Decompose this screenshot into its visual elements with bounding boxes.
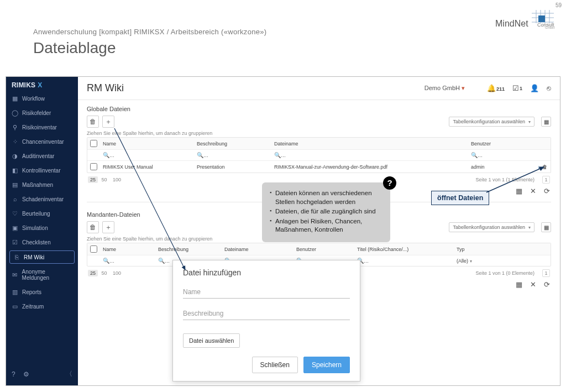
- nav-chanceninventar[interactable]: ⁘Chanceninventar: [6, 134, 78, 149]
- add-button[interactable]: ＋: [102, 221, 114, 233]
- logout-icon[interactable]: ⎋: [547, 84, 551, 92]
- row-delete-icon[interactable]: 🗑: [542, 164, 547, 170]
- search-icon: 🔍: [103, 258, 109, 264]
- save-button[interactable]: Speichern: [303, 357, 350, 373]
- close-button[interactable]: Schließen: [252, 357, 298, 373]
- nav-auditinventar[interactable]: ◑Auditinventar: [6, 149, 78, 163]
- col-title[interactable]: Titel (Risiko/Chance/...): [354, 244, 453, 254]
- workflow-icon: ▦: [12, 95, 18, 102]
- download-icon[interactable]: ↓: [538, 164, 541, 170]
- nav-zeitraum[interactable]: ▭Zeitraum: [6, 299, 78, 313]
- nav-risikofelder[interactable]: ◯Risikofelder: [6, 106, 78, 120]
- search-icon: 🔍: [274, 152, 281, 158]
- filter-desc[interactable]: [205, 153, 271, 158]
- page-info: Seite 1 von 1 (0 Elemente): [475, 270, 534, 276]
- table-config-select[interactable]: Tabellenkonfiguration auswählen▾: [449, 117, 534, 127]
- filter-user[interactable]: [479, 153, 528, 158]
- col-user[interactable]: Benutzer: [468, 139, 528, 149]
- select-all-checkbox[interactable]: [90, 140, 97, 147]
- refresh-icon[interactable]: ⟳: [544, 187, 550, 195]
- risk-icon: ⚲: [12, 124, 18, 130]
- nav-checklisten[interactable]: ☑Checklisten: [6, 235, 78, 249]
- filter-name[interactable]: [111, 153, 193, 158]
- help-icon[interactable]: ?: [12, 370, 15, 378]
- cell-user: admin: [468, 162, 528, 172]
- help-icon: ?: [383, 176, 396, 190]
- add-button[interactable]: ＋: [102, 116, 114, 128]
- delete-button[interactable]: 🗑: [87, 116, 99, 128]
- col-file[interactable]: Dateiname: [271, 139, 468, 149]
- annotation-label: öffnet Dateien: [431, 191, 489, 205]
- dialog-title: Datei hinzufügen: [183, 268, 350, 277]
- settings-icon[interactable]: ⚙: [23, 370, 29, 378]
- page-info: Seite 1 von 1 (1 Elemente): [475, 177, 534, 182]
- audit-icon: ◑: [12, 153, 18, 159]
- table-row[interactable]: RIMIKSX User Manual Presentation RIMIKSX…: [87, 161, 551, 173]
- app-brand: RIMIKSX: [6, 79, 78, 91]
- page-number-box[interactable]: 1: [542, 176, 550, 184]
- user-icon[interactable]: 👤: [530, 84, 539, 92]
- column-chooser-icon[interactable]: ▦: [541, 222, 551, 232]
- global-grid: Name Beschreibung Dateiname Benutzer 🔍 🔍…: [87, 137, 551, 173]
- reports-icon: ▥: [12, 289, 18, 295]
- nav-kontrollinventar[interactable]: ◧Kontrollinventar: [6, 163, 78, 177]
- table-config-select[interactable]: Tabellenkonfiguration auswählen▾: [449, 222, 534, 232]
- nav-risikoinventar[interactable]: ⚲Risikoinventar: [6, 120, 78, 134]
- grid-view-icon[interactable]: ▦: [516, 280, 522, 289]
- col-desc[interactable]: Beschreibung: [193, 139, 271, 149]
- page-number-box[interactable]: 1: [542, 269, 550, 277]
- org-select[interactable]: Demo GmbH▾: [424, 85, 465, 92]
- col-type[interactable]: Typ: [453, 244, 486, 254]
- filter-file[interactable]: [282, 153, 468, 158]
- col-name[interactable]: Name: [99, 139, 193, 149]
- row-checkbox[interactable]: [90, 163, 97, 170]
- simulation-icon: ▣: [12, 224, 18, 231]
- fields-icon: ◯: [12, 109, 18, 116]
- col-user[interactable]: Benutzer: [293, 244, 354, 254]
- add-file-dialog: Datei hinzufügen Datei auswählen Schließ…: [172, 260, 360, 381]
- damage-icon: ⌕: [12, 196, 18, 202]
- nav-rm-wiki[interactable]: ⎘RM Wiki: [9, 250, 75, 264]
- breadcrumb: Anwenderschulung [kompakt] RIMIKSX / Arb…: [33, 28, 533, 36]
- brand-logo: MindNet Consult GmbH: [495, 10, 556, 29]
- cell-desc: Presentation: [193, 162, 271, 172]
- col-desc[interactable]: Beschreibung: [155, 244, 221, 254]
- filter-title[interactable]: [365, 258, 453, 264]
- column-chooser-icon[interactable]: ▦: [541, 117, 551, 127]
- search-icon: 🔍: [158, 258, 165, 264]
- description-input[interactable]: [183, 307, 350, 320]
- page-size[interactable]: 25 50 100: [88, 270, 123, 276]
- delete-button[interactable]: 🗑: [87, 221, 99, 233]
- section-global-title: Globale Dateien: [87, 106, 551, 112]
- bell-icon[interactable]: 🔔211: [487, 84, 505, 92]
- nav-workflow[interactable]: ▦Workflow: [6, 91, 78, 106]
- col-file[interactable]: Dateiname: [221, 244, 293, 254]
- refresh-icon[interactable]: ⟳: [544, 280, 550, 289]
- svg-text:GmbH: GmbH: [545, 26, 554, 29]
- wiki-icon: ⎘: [13, 254, 20, 260]
- collapse-icon[interactable]: 〈: [66, 369, 72, 379]
- tasks-icon[interactable]: ☑1: [512, 84, 522, 92]
- chance-icon: ⁘: [12, 138, 18, 145]
- nav-beurteilung[interactable]: ♡Beurteilung: [6, 206, 78, 221]
- nav-simulation[interactable]: ▣Simulation: [6, 221, 78, 235]
- page-size[interactable]: 25 50 100: [88, 176, 123, 183]
- nav-reports[interactable]: ▥Reports: [6, 285, 78, 299]
- nav-anonyme-meldungen[interactable]: ✉Anonyme Meldungen: [6, 265, 78, 285]
- close-view-icon[interactable]: ✕: [530, 187, 536, 195]
- choose-file-button[interactable]: Datei auswählen: [183, 333, 240, 348]
- close-view-icon[interactable]: ✕: [530, 280, 536, 289]
- help-tooltip: ? Dateien können an verschiedenen Stelle…: [262, 182, 390, 242]
- period-icon: ▭: [12, 303, 18, 310]
- col-name[interactable]: Name: [99, 244, 155, 254]
- name-input[interactable]: [183, 286, 350, 299]
- grid-view-icon[interactable]: ▦: [516, 187, 522, 195]
- search-icon: 🔍: [471, 152, 478, 158]
- nav-massnahmen[interactable]: ▤Maßnahmen: [6, 177, 78, 192]
- nav-schadeninventar[interactable]: ⌕Schadeninventar: [6, 192, 78, 206]
- slide-title: Dateiablage: [33, 39, 533, 57]
- select-all-checkbox[interactable]: [90, 245, 97, 253]
- filter-name[interactable]: [111, 258, 155, 264]
- filter-type[interactable]: (Alle) ▾: [453, 256, 486, 266]
- page-title: RM Wiki: [87, 82, 124, 94]
